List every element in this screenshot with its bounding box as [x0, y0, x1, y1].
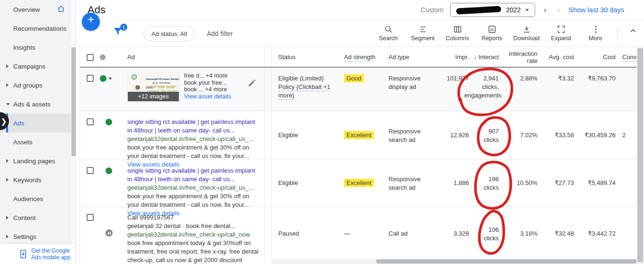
sidebar-item-label: Campaigns [13, 63, 45, 70]
interactions-cell: 198 clicks [474, 160, 503, 206]
ad-strength-cell: Good [337, 68, 383, 111]
kebab-menu-icon [591, 25, 600, 34]
sidebar-item-recommendations[interactable]: Recommendations [0, 19, 71, 38]
col-header-interaction-rate[interactable]: Interactionrate [503, 50, 542, 64]
status-enabled-icon[interactable] [106, 167, 112, 174]
col-header-cost[interactable]: Cost [579, 53, 620, 62]
row-checkbox[interactable] [87, 75, 94, 82]
policy-status-link[interactable]: Policy (Clickbait +1 more) [278, 83, 330, 99]
sidebar-item-assets[interactable]: Assets [0, 132, 71, 151]
expand-button[interactable]: Expand [544, 23, 578, 42]
col-header-avg-cost[interactable]: Avg. cost [542, 53, 579, 62]
cost-cell: ₹5,489.74 [579, 160, 620, 206]
segment-icon [418, 25, 428, 34]
sidebar-scrollbar[interactable] [71, 0, 76, 264]
status-filter-dot-icon[interactable] [100, 54, 106, 60]
table-header-row: Ad Status Ad strength Ad type Impr. ↓Int… [80, 47, 637, 68]
ad-strength-cell: Excellent [337, 111, 383, 159]
col-header-ad-type[interactable]: Ad type [383, 53, 429, 62]
mobile-app-banner[interactable]: Get the Google Ads mobile app [0, 243, 76, 264]
sidebar-item-label: Settings [13, 233, 36, 240]
horizontal-scrollbar-thumb[interactable] [376, 259, 636, 264]
horizontal-scrollbar[interactable] [271, 259, 636, 264]
reports-button[interactable]: Reports [475, 23, 509, 42]
ad-thumbnail[interactable]: Geetanjali 32 Intacs Dental Clinic @ Dr.… [127, 72, 179, 102]
ad-asset-line: free d... +4 more [184, 72, 242, 79]
frozen-column-divider [265, 47, 272, 67]
col-header-impr[interactable]: Impr. [429, 53, 474, 62]
frozen-column-divider [265, 68, 272, 111]
row-checkbox[interactable] [87, 214, 94, 221]
sidebar-nav: Overview Recommendations Insights Campai… [0, 0, 71, 264]
ad-display-url: geetanjali32dental.in/free_check-up/call… [127, 135, 261, 143]
sidebar-item-insights[interactable]: Insights [0, 38, 71, 57]
col-header-ad-strength[interactable]: Ad strength [337, 53, 383, 62]
sidebar-scrollbar-thumb[interactable] [71, 47, 76, 156]
status-paused-icon[interactable] [106, 229, 113, 237]
phone-download-icon [19, 249, 27, 259]
sidebar-item-ads[interactable]: Ads [0, 114, 71, 132]
sidebar-item-label: Ads [13, 120, 24, 127]
interaction-rate-cell: 10.50% [503, 160, 542, 206]
avg-cost-cell: ₹32.48 [542, 207, 579, 264]
sidebar-item-label: Insights [13, 44, 35, 51]
collapse-toolbar-button[interactable] [629, 26, 637, 37]
status-enabled-icon[interactable] [106, 119, 112, 125]
add-ad-button[interactable]: + [82, 13, 100, 31]
ad-status-filter-chip[interactable]: Ad status: All [143, 26, 195, 41]
row-checkbox[interactable] [87, 167, 94, 174]
highlighted-strength: Excellent [344, 179, 374, 187]
next-period-button[interactable]: › [555, 5, 562, 15]
caret-down-icon[interactable] [108, 78, 112, 80]
sidebar-item-campaigns[interactable]: Campaigns [0, 57, 71, 76]
row-checkbox[interactable] [87, 118, 94, 125]
view-asset-details-link[interactable]: View asset details [184, 93, 231, 100]
status-enabled-icon[interactable] [100, 75, 106, 82]
expand-icon [556, 25, 566, 34]
ad-display-url: geetanjali32dental.in/free_check-up/call… [127, 230, 261, 239]
impressions-cell: 12,926 [429, 111, 474, 159]
conv-cell: 2 [620, 111, 637, 159]
add-filter-button[interactable]: Add filter [207, 30, 233, 37]
col-header-ad[interactable]: Ad [119, 53, 265, 62]
search-button[interactable]: Search [371, 23, 406, 42]
columns-icon [453, 25, 462, 34]
ad-headline[interactable]: single sitting rct available | get painl… [127, 118, 255, 134]
chevron-right-icon [6, 159, 9, 163]
previous-period-button[interactable]: ‹ [542, 5, 548, 15]
vertical-scrollbar[interactable] [636, 47, 644, 264]
sidebar-item-ad-groups[interactable]: Ad groups [0, 76, 71, 95]
images-count-overlay: +12 images [128, 92, 179, 101]
sidebar-item-content[interactable]: Content [0, 208, 71, 227]
sidebar-item-ads-assets[interactable]: Ads & assets [0, 95, 71, 114]
col-header-status[interactable]: Status [272, 53, 337, 62]
edit-pencil-icon[interactable] [247, 79, 256, 102]
vertical-scrollbar-thumb[interactable] [637, 48, 643, 262]
col-header-interactions[interactable]: ↓Interact [474, 53, 503, 62]
ad-headline[interactable]: single sitting rct available | get painl… [127, 167, 255, 183]
frozen-column-divider [265, 207, 272, 264]
sidebar-item-audiences[interactable]: Audiences [0, 189, 71, 208]
sidebar-item-landing-pages[interactable]: Landing pages [0, 151, 71, 170]
ad-strength-cell: — [337, 207, 383, 264]
ad-display-url: geetanjali32dental.in/free_check-up/call… [127, 184, 261, 192]
more-button[interactable]: More [578, 23, 613, 42]
double-chevron-right-icon: ❯ [0, 117, 7, 126]
select-all-checkbox[interactable] [87, 54, 94, 61]
sidebar-item-keywords[interactable]: Keywords [0, 170, 71, 189]
col-header-conv[interactable]: Conv [620, 53, 637, 62]
avg-cost-cell: ₹27.73 [542, 160, 579, 206]
sidebar-item-label: Keywords [13, 176, 41, 184]
cost-cell: ₹3,442.72 [579, 207, 620, 264]
interactions-cell: 106 clicks [474, 207, 503, 264]
sidebar-item-overview[interactable]: Overview [0, 0, 71, 19]
segment-button[interactable]: Segment [406, 23, 440, 42]
show-last-30-days-link[interactable]: Show last 30 days [568, 6, 624, 14]
home-icon [57, 5, 65, 15]
date-range-selector[interactable]: 2022 [450, 3, 535, 17]
download-button[interactable]: Download [509, 23, 544, 42]
avg-cost-cell: ₹3.32 [542, 68, 579, 111]
ad-type-cell: Responsive search ad [383, 111, 429, 159]
filter-button[interactable]: 1 [112, 26, 126, 42]
columns-button[interactable]: Columns [440, 23, 475, 42]
